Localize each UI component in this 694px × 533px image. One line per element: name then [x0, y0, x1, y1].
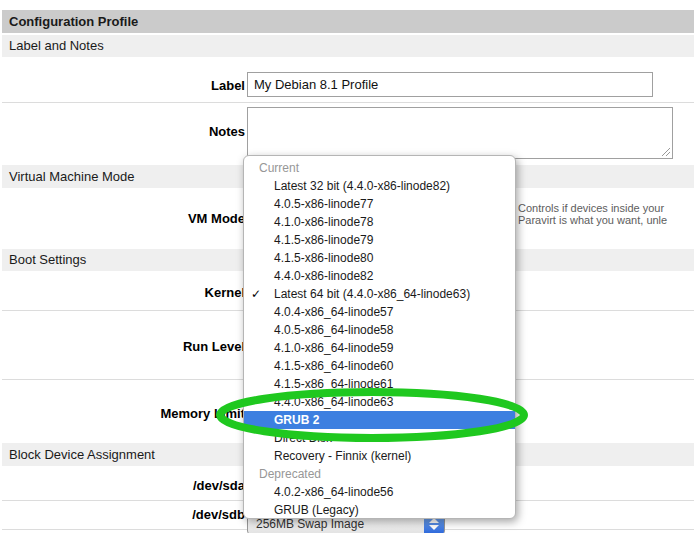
kernel-option[interactable]: 4.1.5-x86-linode79 — [244, 231, 515, 249]
vm-mode-help-line1: Controls if devices inside your — [518, 203, 694, 215]
kernel-option[interactable]: 4.1.5-x86_64-linode60 — [244, 357, 515, 375]
page-title: Configuration Profile — [2, 10, 694, 33]
kernel-option[interactable]: 4.1.5-x86-linode80 — [244, 249, 515, 267]
vm-mode-field-label: VM Mode — [0, 211, 245, 226]
label-input[interactable] — [247, 72, 653, 97]
kernel-option[interactable]: 4.1.0-x86-linode78 — [244, 213, 515, 231]
kernel-option[interactable]: Recovery - Finnix (kernel) — [244, 447, 515, 465]
configuration-profile-page: Configuration Profile Label and Notes La… — [0, 0, 694, 533]
kernel-group-header: Current — [244, 159, 515, 177]
kernel-option[interactable]: Direct Disk — [244, 429, 515, 447]
kernel-option[interactable]: GRUB (Legacy) — [244, 501, 515, 519]
kernel-option[interactable]: 4.0.4-x86_64-linode57 — [244, 303, 515, 321]
label-field-label: Label — [0, 78, 245, 93]
kernel-field-label: Kernel — [0, 285, 245, 300]
textarea-resize-grip-icon[interactable] — [660, 146, 671, 157]
run-level-field-label: Run Level — [0, 339, 245, 354]
dev-sda-field-label: /dev/sda — [0, 478, 245, 493]
kernel-option[interactable]: 4.1.5-x86_64-linode61 — [244, 375, 515, 393]
kernel-option[interactable]: 4.4.0-x86_64-linode63 — [244, 393, 515, 411]
kernel-option[interactable]: 4.4.0-x86-linode82 — [244, 267, 515, 285]
kernel-option[interactable]: 4.0.5-x86-linode77 — [244, 195, 515, 213]
sdb-image-select-value: 256MB Swap Image — [256, 517, 364, 531]
section-header-label-and-notes: Label and Notes — [2, 35, 694, 57]
vm-mode-help-line2: Paravirt is what you want, unle — [518, 215, 694, 227]
notes-field-label: Notes — [0, 124, 245, 139]
dev-sdb-field-label: /dev/sdb — [0, 507, 245, 522]
kernel-dropdown: CurrentLatest 32 bit (4.4.0-x86-linode82… — [243, 155, 516, 519]
vm-mode-help-text: Controls if devices inside your Paravirt… — [518, 203, 694, 226]
kernel-option[interactable]: 4.0.5-x86_64-linode58 — [244, 321, 515, 339]
kernel-dropdown-list: CurrentLatest 32 bit (4.4.0-x86-linode82… — [244, 159, 515, 519]
kernel-option[interactable]: ✓Latest 64 bit (4.4.0-x86_64-linode63) — [244, 285, 515, 303]
kernel-option[interactable]: Latest 32 bit (4.4.0-x86-linode82) — [244, 177, 515, 195]
kernel-option[interactable]: 4.0.2-x86_64-linode56 — [244, 483, 515, 501]
kernel-option[interactable]: GRUB 2 — [244, 411, 515, 429]
kernel-option[interactable]: 4.1.0-x86_64-linode59 — [244, 339, 515, 357]
checkmark-icon: ✓ — [251, 285, 261, 303]
kernel-group-header: Deprecated — [244, 465, 515, 483]
memory-limit-field-label: Memory Limit — [0, 406, 245, 421]
notes-textarea[interactable] — [247, 107, 673, 159]
row-separator — [2, 102, 694, 103]
